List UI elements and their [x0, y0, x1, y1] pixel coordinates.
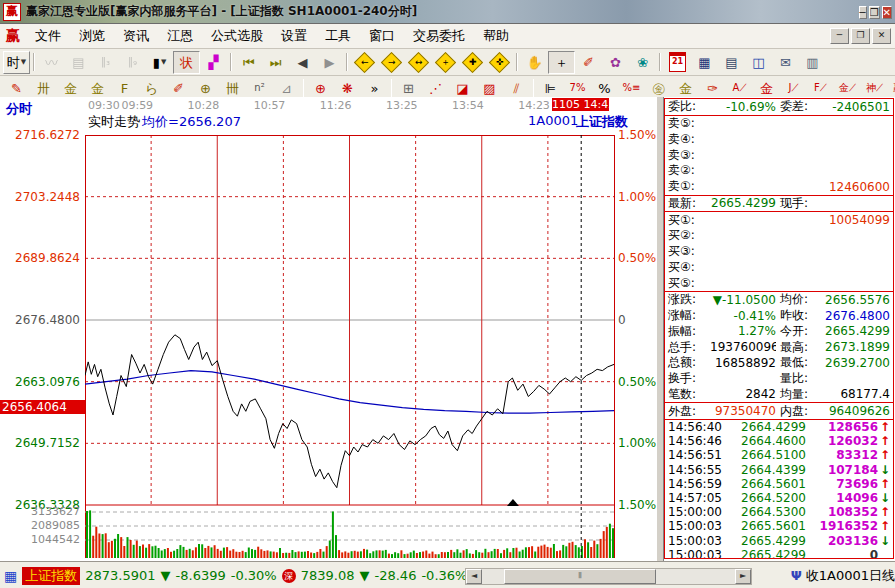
- bars3-icon[interactable]: ‖₃: [92, 51, 119, 74]
- draw-pen-icon[interactable]: ✐: [575, 51, 602, 74]
- trade-time: 14:56:55: [668, 463, 728, 477]
- scroll-left-arrow-icon[interactable]: ◄: [466, 569, 482, 584]
- panel-value: 96409626: [824, 404, 890, 418]
- mdi-close-button[interactable]: ✕: [872, 28, 891, 44]
- close-button[interactable]: ✕: [882, 6, 892, 19]
- last-page-button[interactable]: ⏭: [262, 51, 289, 74]
- report-icon[interactable]: ▤: [65, 51, 92, 74]
- sz-index-value: 7839.08: [301, 568, 355, 583]
- volume-paint-icon[interactable]: ▞: [200, 51, 227, 74]
- up-arrow-icon: ↑: [878, 505, 890, 519]
- first-page-button[interactable]: ⏮: [235, 51, 262, 74]
- price-axis-label: 2689.8624: [0, 251, 80, 265]
- bars9-icon[interactable]: ‖₉: [119, 51, 146, 74]
- gann-expand-all-icon[interactable]: ＋: [432, 51, 459, 74]
- status-bar: ▦ 上证指数 2873.5901 ▼ -8.6399 -0.30% 深 7839…: [0, 561, 895, 588]
- notes-icon[interactable]: ▤: [718, 51, 745, 74]
- toolbar-separator: [346, 53, 348, 71]
- panel-label: 现手:: [780, 195, 824, 212]
- pan-tool-icon[interactable]: ✋: [521, 51, 548, 74]
- menu-item-9[interactable]: 帮助: [474, 25, 518, 47]
- trade-row: 15:00:002664.5300108352↑: [665, 505, 893, 519]
- calendar-icon[interactable]: 21: [664, 51, 691, 74]
- window-title: 赢家江恩专业版[赢家内部服务平台] - [上证指数 SH1A0001-240分时…: [26, 3, 852, 20]
- maximize-button[interactable]: ❐: [869, 6, 880, 19]
- save-icon[interactable]: ◫: [745, 51, 772, 74]
- menu-item-0[interactable]: 文件: [26, 25, 70, 47]
- shell-tool-icon[interactable]: ❀: [629, 51, 656, 74]
- toolbar-separator: [391, 79, 392, 97]
- gann-compress-icon[interactable]: ✚: [459, 51, 486, 74]
- crosshair-tool-icon[interactable]: ＋: [548, 51, 575, 74]
- trade-row: 14:56:592664.560173696↑: [665, 477, 893, 491]
- toolbar-separator: [33, 53, 35, 71]
- mdi-minimize-button[interactable]: ─: [830, 28, 849, 44]
- menu-item-4[interactable]: 公式选股: [202, 25, 272, 47]
- panel-splitter[interactable]: [656, 97, 664, 561]
- trade-row: 14:57:052664.520014096↓: [665, 491, 893, 505]
- shenzhen-index-icon[interactable]: 深: [282, 569, 296, 583]
- up-arrow-icon: ↑: [878, 519, 890, 533]
- trend-overview-icon[interactable]: 〰: [38, 51, 65, 74]
- trade-time: 15:00:03: [668, 548, 728, 559]
- gann-center-icon[interactable]: ✜: [486, 51, 513, 74]
- horizontal-scrollbar[interactable]: ◄ ⦀ ►: [465, 568, 752, 585]
- sh-index-pct: -0.30%: [231, 568, 277, 583]
- trade-row: 15:00:032665.56011916352↑: [665, 519, 893, 533]
- trade-price: 2664.5601: [728, 477, 806, 491]
- kline-button[interactable]: ▮▼: [146, 51, 173, 74]
- panel-value: 10054099: [824, 213, 890, 227]
- calculator-icon[interactable]: ▦: [691, 51, 718, 74]
- panel-value: 97350470: [710, 404, 776, 418]
- panel-value: 2665.4299: [824, 324, 890, 338]
- panel-row: 买⑤:: [665, 275, 893, 292]
- menu-item-3[interactable]: 江恩: [158, 25, 202, 47]
- trade-tick-list[interactable]: 14:56:402664.4299128656↑14:56:462664.460…: [665, 420, 893, 559]
- gann-shift-left-icon[interactable]: ←: [351, 51, 378, 74]
- scrollbar-thumb[interactable]: ⦀: [504, 569, 656, 584]
- panel-row: 买②:: [665, 228, 893, 244]
- panel-row: 笔数:2842均量:68177.4: [665, 387, 893, 404]
- panel-label: 委比:: [668, 98, 710, 115]
- menu-item-6[interactable]: 工具: [316, 25, 360, 47]
- prev-page-button[interactable]: ◀: [289, 51, 316, 74]
- panel-label: 卖⑤:: [668, 115, 710, 132]
- panel-row: 振幅:1.27%今开:2665.4299: [665, 324, 893, 340]
- export-mail-icon[interactable]: ✉: [772, 51, 799, 74]
- menu-item-7[interactable]: 窗口: [360, 25, 404, 47]
- trade-price: 2665.5601: [728, 519, 806, 533]
- trade-price: 2664.5100: [728, 448, 806, 462]
- trade-row: 14:56:402664.4299128656↑: [665, 420, 893, 434]
- intraday-plot[interactable]: [85, 135, 616, 559]
- trade-price: 2665.4299: [728, 548, 806, 559]
- mdi-restore-button[interactable]: ❐: [851, 28, 870, 44]
- menu-item-2[interactable]: 资讯: [114, 25, 158, 47]
- sh-down-arrow-icon: ▼: [161, 568, 171, 583]
- panel-label: 买⑤:: [668, 275, 710, 292]
- print-icon[interactable]: ▥: [799, 51, 826, 74]
- gann-shift-right-icon[interactable]: →: [378, 51, 405, 74]
- panel-value: 2673.1899: [824, 340, 890, 354]
- next-page-button[interactable]: ▶: [316, 51, 343, 74]
- scroll-right-arrow-icon[interactable]: ►: [735, 569, 751, 584]
- toolbar-separator: [516, 53, 518, 71]
- menu-item-5[interactable]: 设置: [272, 25, 316, 47]
- time-axis-label: 10:57: [237, 99, 285, 112]
- trade-time: 15:00:03: [668, 534, 728, 548]
- volume-axis-label: 1044542: [0, 533, 80, 546]
- index-badge[interactable]: 上证指数: [22, 567, 80, 585]
- trade-time: 15:00:03: [668, 519, 728, 533]
- menu-item-1[interactable]: 浏览: [70, 25, 114, 47]
- intraday-chart-area[interactable]: 分时 09:3009:5910:2810:5711:2613:2513:5414…: [0, 97, 656, 561]
- zhuang-button[interactable]: 状: [173, 51, 200, 74]
- period-button[interactable]: 时▼: [3, 51, 30, 74]
- trade-time: 14:56:51: [668, 448, 728, 462]
- flower-tool-icon[interactable]: ✿: [602, 51, 629, 74]
- gann-expand-h-icon[interactable]: ↔: [405, 51, 432, 74]
- minimize-button[interactable]: ─: [859, 6, 867, 19]
- quote-table-icon[interactable]: ▦: [4, 568, 17, 584]
- menu-item-8[interactable]: 交易委托: [404, 25, 474, 47]
- panel-row: 买①:10054099: [665, 212, 893, 228]
- receive-antenna-icon: Ψ: [791, 568, 802, 583]
- panel-label: 换手:: [668, 370, 710, 387]
